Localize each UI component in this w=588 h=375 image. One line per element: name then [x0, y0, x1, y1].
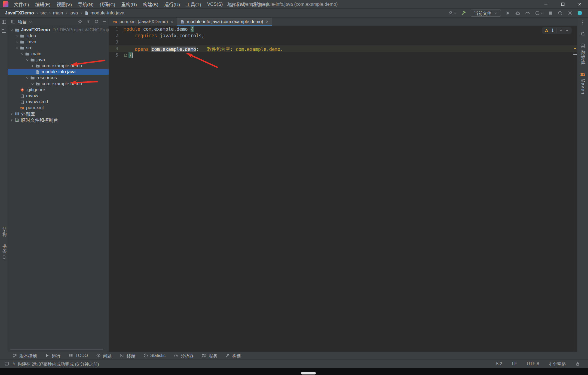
chevron-up-icon[interactable]: [559, 29, 563, 32]
chevron-down-icon[interactable]: [9, 27, 14, 33]
menu-文件-f[interactable]: 文件(F): [11, 0, 32, 8]
status-indent-style[interactable]: 4 个空格: [549, 361, 566, 367]
menu-代码-c[interactable]: 代码(C): [97, 0, 118, 8]
tool-window-button-问题[interactable]: 问题: [96, 352, 112, 359]
horizontal-scrollbar[interactable]: [10, 349, 103, 350]
tree-item-gitignore[interactable]: .gitignore: [8, 87, 109, 93]
chevron-down-icon[interactable]: [14, 45, 20, 51]
chevron-down-icon[interactable]: [29, 20, 32, 24]
close-icon[interactable]: ×: [171, 19, 173, 24]
tree-item-mvn[interactable]: .mvn: [8, 39, 109, 45]
tool-window-button-statistic[interactable]: Statistic: [143, 353, 166, 358]
breadcrumb-item-javafxdemo[interactable]: JavaFXDemo: [3, 10, 36, 16]
settings-button[interactable]: [94, 19, 99, 24]
tree-item-module-info-java[interactable]: module-info.java: [8, 69, 109, 75]
plugin-button[interactable]: [577, 10, 583, 16]
line-number[interactable]: 5: [109, 53, 118, 58]
run-config-selector[interactable]: 当前文件: [471, 10, 501, 17]
chevron-down-icon[interactable]: [20, 51, 25, 57]
line-number[interactable]: 1: [109, 27, 118, 32]
stop-button[interactable]: [548, 10, 553, 16]
tool-stripe-maven[interactable]: mMaven: [580, 72, 585, 94]
project-panel-title[interactable]: 项目: [18, 18, 27, 25]
tree-item-java[interactable]: java: [8, 57, 109, 63]
tool-window-button-分析器[interactable]: 分析器: [174, 352, 194, 359]
tree-item-mvnw-cmd[interactable]: mvnw.cmd: [8, 99, 109, 105]
project-tool-button[interactable]: [1, 19, 7, 24]
tree-item-idea[interactable]: .idea: [8, 33, 109, 39]
status-lock[interactable]: [575, 362, 580, 366]
hide-button[interactable]: [102, 19, 107, 24]
tool-window-button-终端[interactable]: 终端: [120, 352, 135, 359]
chevron-down-icon[interactable]: [25, 57, 30, 63]
menu-导航-n[interactable]: 导航(N): [75, 0, 97, 8]
locate-button[interactable]: [78, 19, 82, 24]
tree-item-pom-xml[interactable]: mpom.xml: [8, 105, 109, 111]
chevron-right-icon[interactable]: [30, 63, 35, 69]
profile-button[interactable]: [525, 10, 530, 16]
build-hammer-button[interactable]: [461, 10, 466, 16]
tool-window-button-版本控制[interactable]: 版本控制: [13, 352, 37, 359]
chevron-right-icon[interactable]: [9, 111, 14, 116]
tree-item-临时文件和控制台[interactable]: 临时文件和控制台: [8, 117, 109, 123]
tree-item-外部库[interactable]: 外部库: [8, 111, 109, 117]
chevron-down-icon[interactable]: [25, 75, 30, 81]
tool-window-button-运行[interactable]: 运行: [45, 352, 60, 359]
bell-button[interactable]: [580, 32, 585, 37]
tab-module-info-java-com-example-demo[interactable]: module-info.java (com.example.demo)×: [177, 18, 272, 26]
tool-stripe-书签[interactable]: 书签: [0, 244, 8, 261]
menu-vcs-s[interactable]: VCS(S): [204, 0, 226, 8]
editor-scrollbar[interactable]: [573, 26, 573, 352]
run-button[interactable]: [505, 10, 511, 16]
chevron-right-icon[interactable]: [9, 117, 14, 122]
user-button[interactable]: [448, 10, 457, 16]
breadcrumb-item-java[interactable]: java: [68, 10, 79, 16]
code-line-5[interactable]: 5}: [109, 52, 577, 59]
chevron-down-icon[interactable]: [565, 29, 569, 32]
status-file-encoding[interactable]: UTF-8: [527, 361, 539, 366]
tree-item-mvnw[interactable]: mvnw: [8, 93, 109, 99]
tree-item-resources[interactable]: resources: [8, 75, 109, 81]
menu-运行-u[interactable]: 运行(U): [161, 0, 183, 8]
tool-window-button-todo[interactable]: TODO: [69, 353, 88, 358]
chevron-right-icon[interactable]: [14, 39, 20, 45]
tool-window-layout-icon[interactable]: [4, 361, 9, 366]
breadcrumb-item-main[interactable]: main: [51, 10, 65, 16]
menu-重构-r[interactable]: 重构(R): [118, 0, 140, 8]
inspections-widget[interactable]: 1: [542, 27, 572, 34]
tool-window-button-服务[interactable]: 服务: [202, 352, 217, 359]
line-number[interactable]: 2: [109, 33, 118, 38]
chevron-right-icon[interactable]: [14, 33, 20, 39]
code-line-1[interactable]: 1module com.example.demo {: [109, 26, 577, 32]
tree-item-main[interactable]: main: [8, 51, 109, 57]
status-message[interactable]: 构建在 2秒87毫秒内成功完成 (6 分钟之前): [17, 361, 99, 367]
settings-button[interactable]: [567, 10, 573, 16]
code-editor[interactable]: 1module com.example.demo {2 requires jav…: [109, 26, 577, 352]
menu-构建-b[interactable]: 构建(B): [140, 0, 161, 8]
collapse-all-button[interactable]: [86, 19, 91, 24]
debug-button[interactable]: [515, 10, 520, 16]
close-button[interactable]: [571, 0, 588, 8]
tree-item-javafxdemo[interactable]: JavaFXDemoD:\IDEAProjects\JCNCProjects\J…: [8, 27, 109, 33]
line-number[interactable]: 4: [109, 46, 118, 51]
search-button[interactable]: [558, 10, 563, 16]
status-caret-position[interactable]: 5:2: [496, 361, 502, 366]
code-line-2[interactable]: 2 requires javafx.controls;: [109, 32, 577, 39]
tab-pom-xml-javafxdemo[interactable]: mpom.xml (JavaFXDemo)×: [109, 18, 177, 26]
minimize-button[interactable]: [537, 0, 554, 8]
line-number[interactable]: 3: [109, 40, 118, 45]
tree-item-com-example-demo[interactable]: com.example.demo: [8, 63, 109, 69]
breadcrumb-item-module-info-java[interactable]: module-info.java: [83, 10, 126, 16]
tool-stripe-结构[interactable]: 结构: [0, 227, 8, 237]
chevron-down-icon[interactable]: [30, 81, 35, 87]
folder-tool-button[interactable]: [1, 28, 7, 33]
status-line-separator[interactable]: LF: [512, 361, 517, 366]
breadcrumb-item-src[interactable]: src: [39, 10, 48, 16]
maximize-button[interactable]: [554, 0, 571, 8]
menu-工具-t[interactable]: 工具(T): [183, 0, 204, 8]
fold-end-icon[interactable]: [124, 53, 128, 58]
tool-stripe-数据库[interactable]: 数据库: [580, 43, 586, 65]
code-line-4[interactable]: 4 opens com.example.demo;软件包为空: com.exam…: [109, 45, 577, 52]
more-v-button[interactable]: [580, 20, 585, 25]
tree-item-com-example-demo[interactable]: com.example.demo: [8, 81, 109, 87]
